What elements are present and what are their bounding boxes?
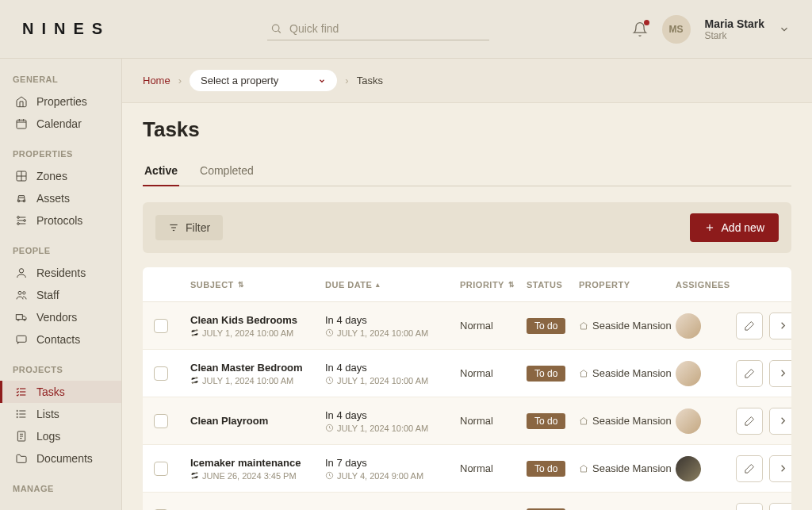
svg-point-19: [23, 292, 25, 294]
sidebar-item-residents[interactable]: Residents: [0, 262, 121, 284]
status-badge: To do: [527, 366, 565, 382]
user-menu[interactable]: Maria Stark Stark: [705, 17, 764, 41]
open-button[interactable]: [769, 455, 791, 482]
calendar-icon: [15, 117, 28, 130]
sidebar-section-label: PROPERTIES: [0, 149, 121, 165]
table-row[interactable]: Clean PlayroomIn 4 daysJULY 1, 2024 10:0…: [143, 397, 791, 445]
house-icon: [579, 321, 588, 331]
edit-button[interactable]: [736, 455, 763, 482]
breadcrumb-home[interactable]: Home: [143, 75, 170, 86]
task-subject: Icemaker maintenance: [190, 457, 325, 469]
property-name: Seaside Mansion: [592, 462, 672, 474]
tabs: ActiveCompleted: [143, 156, 791, 186]
user-avatar[interactable]: MS: [662, 15, 691, 44]
sort-icon: ⇅: [508, 281, 515, 289]
sidebar-item-assets[interactable]: Assets: [0, 187, 121, 209]
property-name: Seaside Mansion: [592, 367, 672, 379]
row-checkbox[interactable]: [154, 319, 168, 333]
property-selector[interactable]: Select a property: [190, 70, 337, 91]
sidebar-item-label: Residents: [36, 267, 86, 279]
open-button[interactable]: [769, 408, 791, 435]
svg-point-32: [17, 416, 17, 417]
assignee-avatar[interactable]: [676, 313, 701, 339]
assignee-avatar[interactable]: [676, 456, 701, 481]
search-box[interactable]: [267, 17, 489, 40]
sidebar-item-logs[interactable]: Logs: [0, 425, 121, 447]
folder-icon: [15, 452, 28, 465]
row-checkbox[interactable]: [154, 414, 168, 428]
due-date-full: JULY 1, 2024 10:00 AM: [337, 376, 428, 385]
sidebar-item-tasks[interactable]: Tasks: [0, 381, 121, 403]
sidebar: GENERALPropertiesCalendarPROPERTIESZones…: [0, 59, 122, 510]
edit-button[interactable]: [736, 360, 763, 387]
svg-rect-2: [17, 120, 26, 128]
edit-button[interactable]: [736, 503, 763, 511]
status-badge: To do: [527, 318, 565, 334]
sidebar-section-label: PEOPLE: [0, 246, 121, 262]
page-title: Tasks: [143, 117, 791, 142]
filter-button[interactable]: Filter: [155, 215, 223, 240]
task-priority: Normal: [460, 367, 527, 379]
filter-icon: [168, 222, 179, 233]
assignee-avatar[interactable]: [676, 408, 701, 434]
filter-label: Filter: [186, 221, 210, 234]
repeat-icon: [190, 328, 199, 337]
tab-active[interactable]: Active: [143, 156, 179, 186]
table-row[interactable]: Clean Master BedroomJULY 1, 2024 10:00 A…: [143, 350, 791, 397]
sidebar-item-contacts[interactable]: Contacts: [0, 328, 121, 351]
open-button[interactable]: [769, 503, 791, 511]
table-row[interactable]: Clean BathroomsIn 10 daysNormalTo do: [143, 493, 791, 510]
pencil-icon: [744, 415, 756, 427]
notifications-button[interactable]: [632, 21, 648, 37]
breadcrumb-current: Tasks: [357, 75, 383, 86]
add-new-button[interactable]: Add new: [690, 213, 779, 242]
open-button[interactable]: [769, 313, 791, 339]
due-relative: In 7 days: [325, 457, 460, 469]
edit-button[interactable]: [736, 408, 763, 435]
chevron-down-icon[interactable]: [779, 24, 790, 35]
col-priority[interactable]: PRIORITY⇅: [460, 280, 527, 290]
sidebar-item-staff[interactable]: Staff: [0, 284, 121, 306]
sidebar-item-calendar[interactable]: Calendar: [0, 113, 121, 135]
list-icon: [15, 408, 28, 420]
sidebar-item-zones[interactable]: Zones: [0, 165, 121, 187]
svg-line-1: [278, 31, 281, 33]
sidebar-item-documents[interactable]: Documents: [0, 447, 121, 470]
sidebar-item-vendors[interactable]: Vendors: [0, 306, 121, 328]
table-row[interactable]: Icemaker maintenanceJUNE 26, 2024 3:45 P…: [143, 445, 791, 493]
sidebar-item-properties[interactable]: Properties: [0, 90, 121, 113]
chevron-right-icon: [777, 320, 789, 332]
col-due-date[interactable]: DUE DATE▴: [325, 280, 460, 290]
edit-button[interactable]: [736, 313, 763, 339]
svg-point-18: [18, 291, 21, 294]
svg-point-12: [24, 220, 26, 222]
tab-completed[interactable]: Completed: [198, 156, 255, 186]
chevron-right-icon: [777, 415, 789, 427]
chevron-right-icon: [777, 367, 789, 379]
main-content: Home › Select a property › Tasks Tasks A…: [122, 59, 812, 510]
property-name: Seaside Mansion: [592, 320, 672, 332]
message-icon: [15, 333, 28, 346]
chevron-right-icon: [777, 462, 789, 474]
table-header: SUBJECT⇅ DUE DATE▴ PRIORITY⇅ STATUS PROP…: [143, 267, 791, 302]
due-date-full: JULY 1, 2024 10:00 AM: [337, 424, 428, 433]
row-checkbox[interactable]: [154, 366, 168, 381]
sidebar-item-protocols[interactable]: Protocols: [0, 209, 121, 232]
status-badge: To do: [527, 413, 565, 429]
sidebar-item-label: Assets: [36, 192, 70, 205]
sidebar-item-lists[interactable]: Lists: [0, 403, 121, 425]
row-checkbox[interactable]: [154, 462, 168, 476]
repeat-date: JUNE 26, 2024 3:45 PM: [202, 471, 297, 481]
svg-point-17: [19, 269, 23, 273]
search-input[interactable]: [289, 22, 485, 35]
repeat-icon: [190, 471, 199, 480]
assignee-avatar[interactable]: [676, 361, 701, 386]
svg-point-31: [17, 413, 17, 414]
task-priority: Normal: [460, 415, 527, 427]
open-button[interactable]: [769, 360, 791, 387]
caret-down-icon: [318, 77, 326, 85]
table-row[interactable]: Clean Kids BedroomsJULY 1, 2024 10:00 AM…: [143, 302, 791, 350]
svg-point-11: [17, 217, 20, 219]
status-badge: To do: [527, 461, 565, 477]
col-subject[interactable]: SUBJECT⇅: [190, 280, 325, 290]
